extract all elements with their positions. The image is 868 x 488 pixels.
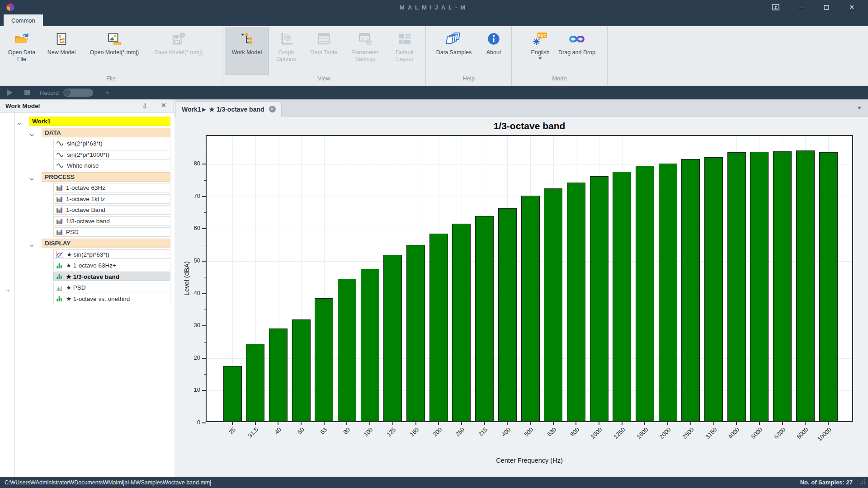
tree-section-process[interactable]: PROCESS	[42, 172, 170, 182]
status-samples-count: No. of Samples: 27	[800, 479, 853, 486]
tab-close-icon[interactable]: ✕	[269, 106, 276, 113]
sine-wave-icon	[56, 151, 64, 159]
x-tick	[255, 422, 256, 425]
tree-item-display-onethird-octave-band-selected[interactable]: ★ 1/3-octave band	[53, 272, 170, 281]
tree-item-label: White noise	[67, 162, 99, 169]
tree-section-data[interactable]: DATA	[42, 128, 170, 137]
x-tick-label-text: 80	[342, 426, 351, 436]
chart-area: 1/3-octave band Level (dBA) 010203040506…	[175, 117, 868, 477]
tree-item-white-noise[interactable]: White noise	[53, 161, 170, 170]
close-button[interactable]: ✕	[839, 0, 864, 14]
tree-item-psd[interactable]: PSD	[53, 227, 170, 237]
bar	[636, 166, 654, 421]
tree-item-display-1octave-63hz[interactable]: ★ 1-octave 63Hz+	[53, 261, 170, 270]
y-tick-label: 20	[178, 354, 200, 361]
ribbon-group-label-file: File	[0, 74, 222, 85]
tree-item-sin63[interactable]: sin(2*pi*63*t)	[53, 139, 170, 148]
y-minor-tick	[204, 245, 206, 245]
maximize-button[interactable]	[814, 0, 839, 14]
y-tick	[202, 422, 206, 423]
y-minor-tick	[204, 407, 206, 407]
button-label: Parameter Settings	[344, 48, 387, 63]
x-tick-label-text: 50	[296, 426, 306, 436]
x-tick	[805, 422, 806, 425]
x-tick	[736, 422, 737, 425]
document-tab[interactable]: Work1► ★ 1/3-octave band ✕	[176, 101, 282, 117]
chevron-down-icon[interactable]	[30, 241, 34, 249]
y-minor-tick	[204, 310, 206, 310]
about-button[interactable]: About	[479, 27, 508, 74]
tree-item-onethird-octave-band[interactable]: 1/3-octave band	[53, 216, 170, 226]
y-minor-tick	[204, 180, 206, 181]
graph-options-button[interactable]: Graph Options	[269, 27, 304, 74]
new-model-button[interactable]: New Model	[41, 27, 82, 74]
data-table-button[interactable]: Data Table	[304, 27, 344, 74]
tree-item-label: 1-octave Band	[66, 206, 105, 213]
panel-close-icon[interactable]: ✕	[160, 101, 166, 109]
ribbon-group-help: Data Samples About Help	[426, 26, 512, 85]
float-window-button[interactable]	[763, 0, 788, 14]
status-bar: C:₩Users₩Administrator₩Documents₩Malmija…	[0, 477, 868, 488]
work-model-button[interactable]: Work Model	[225, 27, 269, 74]
open-model-button[interactable]: Open Model(*.mmj)	[82, 27, 146, 74]
x-tick-label-text: 100	[363, 426, 374, 438]
tree-item-1octave-band[interactable]: 1-octave Band	[53, 205, 170, 215]
pin-icon[interactable]	[142, 103, 147, 111]
x-tick-label-text: 3150	[704, 426, 718, 440]
record-toggle[interactable]	[63, 89, 93, 97]
minimize-button[interactable]: —	[788, 0, 814, 14]
bar	[704, 157, 723, 421]
parameter-settings-button[interactable]: Parameter Settings	[344, 27, 387, 74]
work-model-tree: → Work1 DATA sin(2*pi*63*t) sin(2*pi*100…	[0, 113, 174, 477]
tab-common[interactable]: Common	[4, 14, 43, 26]
main-area: Work Model ✕ → Work1 DATA	[0, 99, 868, 477]
x-tick-label-text: 1250	[612, 426, 626, 440]
open-data-file-icon	[14, 29, 29, 48]
tree-item-display-1octave-vs-onethird[interactable]: ★ 1-octave vs. onethird	[53, 294, 170, 303]
tree-item-display-sin63[interactable]: ★ sin(2*pi*63*t)	[53, 249, 170, 259]
y-tick	[202, 164, 206, 164]
save-model-button[interactable]: Save Model(*.mmj)	[146, 27, 211, 74]
tree-item-1octave-1khz[interactable]: 1-octave 1kHz	[53, 194, 170, 204]
default-layout-icon	[398, 29, 411, 48]
play-button[interactable]	[7, 89, 13, 96]
bar	[819, 152, 838, 421]
button-label: Data Samples	[435, 48, 473, 56]
stop-button[interactable]	[24, 90, 30, 95]
data-samples-button[interactable]: Data Samples	[429, 27, 479, 74]
drag-and-drop-button[interactable]: Drag and Drop	[555, 27, 599, 74]
line-chart-icon	[56, 251, 63, 258]
new-model-icon	[55, 29, 68, 48]
open-data-file-button[interactable]: Open Data File	[3, 27, 41, 74]
chevron-down-icon[interactable]	[17, 119, 21, 127]
panel-title: Work Model	[5, 103, 40, 109]
x-tick-label-text: 250	[454, 426, 466, 438]
y-tick-label: 70	[178, 192, 200, 199]
tab-list-caret-icon[interactable]	[857, 107, 862, 109]
chevron-down-icon[interactable]	[30, 130, 34, 138]
tree-section-display[interactable]: DISPLAY	[42, 239, 170, 248]
x-tick	[782, 422, 783, 425]
bar-chart-icon	[56, 206, 63, 213]
data-table-icon	[317, 29, 330, 48]
svg-text:ABC: ABC	[538, 33, 547, 38]
tree-item-sin1000[interactable]: sin(2*pi*1000*t)	[53, 150, 170, 160]
bar	[773, 151, 792, 421]
english-button[interactable]: ABC English	[525, 27, 555, 74]
x-tick	[530, 422, 531, 425]
resize-grip[interactable]	[860, 478, 865, 486]
bar	[475, 216, 494, 421]
x-tick	[644, 422, 645, 425]
tree-item-display-psd[interactable]: ★ PSD	[53, 283, 170, 292]
tree-item-1octave-63hz[interactable]: 1-octave 63Hz	[53, 183, 170, 192]
button-label: New Model	[47, 48, 77, 56]
record-dropdown-caret-icon[interactable]	[106, 92, 109, 94]
chevron-down-icon[interactable]	[30, 174, 34, 183]
ribbon-tab-strip: Common	[0, 14, 868, 26]
x-tick-label-text: 8000	[796, 426, 810, 440]
english-dropdown-caret-icon[interactable]	[538, 57, 542, 60]
default-layout-button[interactable]: Default Layout	[387, 27, 422, 74]
tree-item-work1[interactable]: Work1	[29, 117, 170, 126]
bar	[544, 188, 562, 421]
bar	[659, 164, 677, 421]
